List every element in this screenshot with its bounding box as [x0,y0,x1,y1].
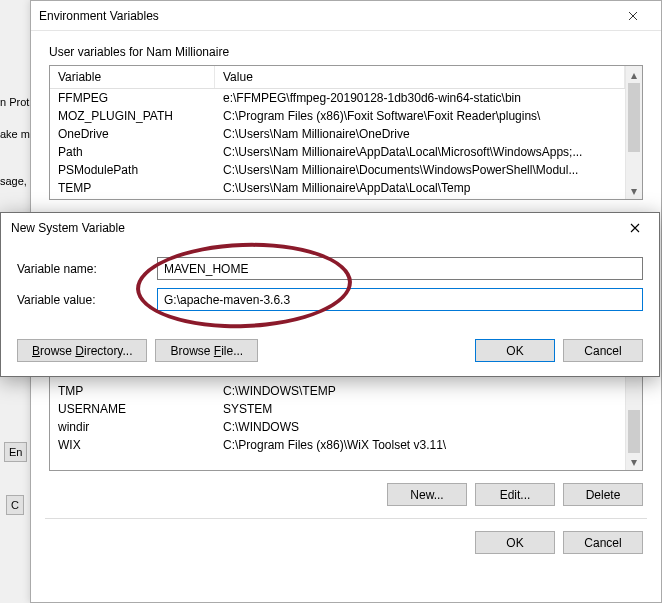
cancel-button[interactable]: Cancel [563,531,643,554]
scroll-thumb[interactable] [628,410,640,453]
table-row[interactable]: TMPC:\WINDOWS\TEMP [50,382,625,400]
close-button[interactable] [615,214,655,242]
system-variables-list[interactable]: TEMPC:\WINDOWS\TEMP TMPC:\WINDOWS\TEMP U… [49,363,643,471]
new-button[interactable]: New... [387,483,467,506]
close-icon [630,223,640,233]
user-vars-label: User variables for Nam Millionaire [31,31,661,65]
table-row[interactable]: PSModulePathC:\Users\Nam Millionaire\Doc… [50,161,625,179]
frag-button[interactable]: C [6,495,24,515]
variable-value-label: Variable value: [17,293,157,307]
edit-button[interactable]: Edit... [475,483,555,506]
frag-text: sage, [0,175,27,187]
frag-text: ake m [0,128,30,140]
col-variable[interactable]: Variable [50,66,215,88]
table-row[interactable]: WIXC:\Program Files (x86)\WiX Toolset v3… [50,436,625,454]
variable-name-label: Variable name: [17,262,157,276]
table-row[interactable]: FFMPEGe:\FFMPEG\ffmpeg-20190128-1db30d6-… [50,89,625,107]
variable-value-input[interactable] [157,288,643,311]
close-button[interactable] [613,2,653,30]
table-row[interactable]: PathC:\Users\Nam Millionaire\AppData\Loc… [50,143,625,161]
ok-button[interactable]: OK [475,531,555,554]
system-vars-button-row: New... Edit... Delete [31,471,661,518]
scroll-up-icon[interactable]: ▴ [626,66,642,83]
dialog-title: New System Variable [11,221,125,235]
variable-name-input[interactable] [157,257,643,280]
table-row[interactable]: TEMPC:\Users\Nam Millionaire\AppData\Loc… [50,179,625,197]
scroll-thumb[interactable] [628,83,640,152]
scroll-down-icon[interactable]: ▾ [626,182,642,199]
col-value[interactable]: Value [215,66,625,88]
table-row[interactable]: USERNAMESYSTEM [50,400,625,418]
frag-text: n Prot [0,96,29,108]
dialog-titlebar: Environment Variables [31,1,661,31]
new-system-variable-dialog: New System Variable Variable name: Varia… [0,212,660,377]
table-row[interactable]: windirC:\WINDOWS [50,418,625,436]
table-row[interactable]: OneDriveC:\Users\Nam Millionaire\OneDriv… [50,125,625,143]
cancel-button[interactable]: Cancel [563,339,643,362]
scrollbar[interactable]: ▴ ▾ [625,364,642,470]
scrollbar[interactable]: ▴ ▾ [625,66,642,199]
scroll-down-icon[interactable]: ▾ [626,453,642,470]
list-header[interactable]: Variable Value [50,66,625,89]
table-row[interactable]: MOZ_PLUGIN_PATHC:\Program Files (x86)\Fo… [50,107,625,125]
close-icon [628,11,638,21]
user-variables-list[interactable]: Variable Value FFMPEGe:\FFMPEG\ffmpeg-20… [49,65,643,200]
dialog-button-row: OK Cancel [31,519,661,566]
browse-file-button[interactable]: Browse File... [155,339,258,362]
dialog-title: Environment Variables [39,9,159,23]
browse-directory-button[interactable]: Browse Directory... [17,339,147,362]
dialog-titlebar: New System Variable [1,213,659,243]
frag-button[interactable]: En [4,442,27,462]
ok-button[interactable]: OK [475,339,555,362]
delete-button[interactable]: Delete [563,483,643,506]
